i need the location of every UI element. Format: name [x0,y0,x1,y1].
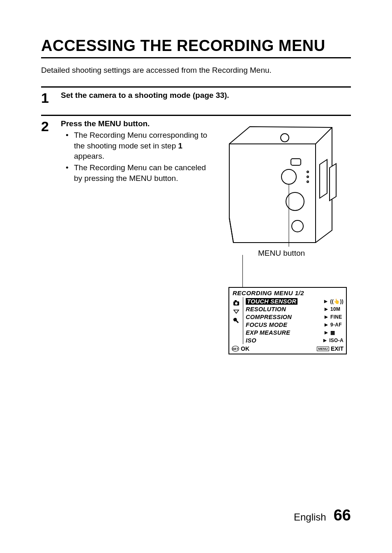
leader-line [242,255,243,287]
chevron-right-icon: ▶ [325,307,328,311]
menu-row: EXP MEASURE▶▦ [243,329,346,336]
ok-label: OK [241,345,249,352]
bullet-1-bold: 1 [178,141,183,150]
menu-row-value: 10M [330,306,344,312]
camera-icon [232,299,240,307]
menu-row-label: COMPRESSION [246,314,292,320]
menu-row-value: ((👆)) [330,298,344,304]
menu-row-label: RESOLUTION [246,306,286,312]
menu-button-label: MENU button [258,249,305,258]
menu-row-value: FINE [330,314,344,320]
menu-row: ISO▶ISO-A [243,336,346,344]
step-2-bullet-1: The Recording Menu corresponding to the … [68,130,209,162]
menu-row-label: ISO [246,337,256,344]
menu-row-label: FOCUS MODE [246,322,287,328]
screen-menu-list: TOUCH SENSOR▶((👆))RESOLUTION▶10MCOMPRESS… [243,297,346,344]
chevron-right-icon: ▶ [325,322,328,327]
svg-marker-13 [234,310,239,313]
menu-row: FOCUS MODE▶9-AF [243,321,346,329]
arrow-down-icon [232,309,240,315]
step-1-heading: Set the camera to a shooting mode (page … [61,91,351,100]
screen-title: RECORDING MENU 1/2 [229,288,346,297]
menu-row: COMPRESSION▶FINE [243,313,346,321]
step-2-bullet-2: The Recording Menu can be canceled by pr… [68,162,209,183]
bullet-1-a: The Recording Menu corresponding to the … [74,131,207,150]
chevron-right-icon: ▶ [325,330,328,335]
step-2-heading: Press the MENU button. [61,119,209,128]
menu-row: TOUCH SENSOR▶((👆)) [243,297,346,305]
set-badge: SET [232,346,239,352]
chevron-right-icon: ▶ [323,338,327,342]
chevron-right-icon: ▶ [324,299,327,303]
chevron-right-icon: ▶ [325,315,328,319]
screen-footer: SET OK MENU EXIT [229,344,346,354]
exit-label: EXIT [331,345,344,352]
screen-left-icons [229,297,243,344]
recording-menu-screen: RECORDING MENU 1/2 TOUCH SENSOR▶((👆))RES… [228,287,347,354]
menu-badge: MENU [317,347,329,351]
menu-row-label: TOUCH SENSOR [246,298,297,305]
menu-row-value: ISO-A [329,338,344,343]
bullet-1-b: appears. [74,152,104,160]
svg-rect-12 [235,300,237,302]
page-footer: English 66 [294,507,351,524]
page-title: ACCESSING THE RECORDING MENU [41,37,351,58]
step-1: 1 Set the camera to a shooting mode (pag… [41,86,351,105]
menu-row: RESOLUTION▶10M [243,305,346,313]
menu-row-value: ▦ [330,330,344,336]
menu-row-label: EXP MEASURE [246,329,290,336]
footer-language: English [294,511,326,523]
menu-row-value: 9-AF [330,322,344,328]
camera-illustration: MENU button [221,119,344,259]
footer-page-number: 66 [334,507,351,524]
intro-text: Detailed shooting settings are accessed … [41,66,351,75]
step-2-number: 2 [41,119,53,259]
step-2: 2 Press the MENU button. The Recording M… [41,115,351,259]
wrench-icon [232,316,240,324]
step-1-number: 1 [41,91,53,105]
svg-point-11 [235,302,238,305]
